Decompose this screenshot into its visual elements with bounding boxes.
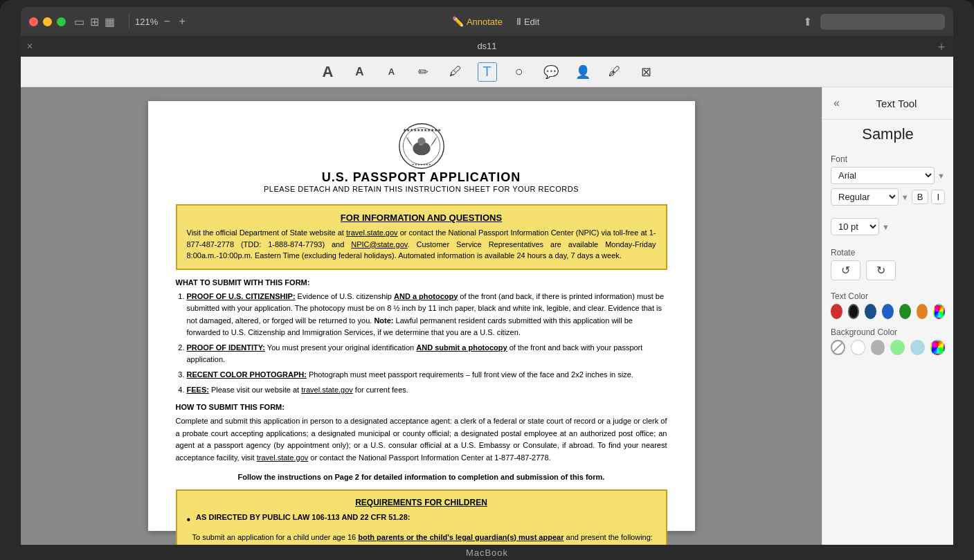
panel-expand-button[interactable]: « xyxy=(828,91,845,115)
bottom-bar: MacBook xyxy=(0,545,974,560)
text-size-medium-tool[interactable]: A xyxy=(350,62,370,82)
font-label: Font xyxy=(831,154,945,164)
color-black[interactable] xyxy=(848,304,860,319)
color-green[interactable] xyxy=(899,304,911,319)
bg-color-rainbow[interactable] xyxy=(930,340,945,355)
rotate-section: Rotate ↺ ↻ xyxy=(822,242,953,286)
font-section: Font Arial ▼ Regular ▼ B I xyxy=(822,149,953,213)
color-red[interactable] xyxy=(831,304,842,319)
color-rainbow[interactable] xyxy=(933,304,945,319)
bg-color-light-blue[interactable] xyxy=(910,340,925,355)
requirements-box: REQUIREMENTS FOR CHILDREN • AS DIRECTED … xyxy=(176,489,667,545)
tab-add-button[interactable]: ＋ xyxy=(935,38,948,55)
italic-button[interactable]: I xyxy=(931,190,945,204)
rotate-label: Rotate xyxy=(831,248,945,258)
list-item: PROOF OF IDENTITY: You must present your… xyxy=(187,342,667,366)
text-color-label: Text Color xyxy=(831,291,945,301)
text-size-small-tool[interactable]: A xyxy=(382,62,402,82)
bg-color-white[interactable] xyxy=(851,340,865,355)
what-to-submit-section: WHAT TO SUBMIT WITH THIS FORM: PROOF OF … xyxy=(176,278,667,397)
panel-title: Text Tool xyxy=(845,98,948,109)
rotate-left-button[interactable]: ↺ xyxy=(831,260,860,280)
tab-close-button[interactable]: ✕ xyxy=(26,42,33,51)
pen-tool[interactable]: 🖋 xyxy=(605,62,624,82)
what-to-submit-title: WHAT TO SUBMIT WITH THIS FORM: xyxy=(176,278,667,287)
text-size-large-tool[interactable]: A xyxy=(318,62,338,82)
search-input[interactable] xyxy=(820,14,945,30)
document-title: U.S. PASSPORT APPLICATION xyxy=(322,170,521,185)
shape-tool[interactable]: ○ xyxy=(509,62,529,82)
size-section: 10 pt ▼ xyxy=(822,213,953,242)
info-box-text: Visit the official Department of State w… xyxy=(187,227,656,262)
info-box: FOR INFORMATION AND QUESTIONS Visit the … xyxy=(176,204,667,270)
note-tool[interactable]: 💬 xyxy=(541,62,561,82)
share-icon[interactable]: ⬆ xyxy=(803,15,812,28)
annotate-label: Annotate xyxy=(467,17,503,27)
panel-icon[interactable]: ▦ xyxy=(105,15,115,28)
government-seal: ★★★★★★★★★★★ ★★★★★★★ xyxy=(397,122,446,170)
how-to-submit-title: HOW TO SUBMIT THIS FORM: xyxy=(176,403,667,411)
rotate-right-button[interactable]: ↻ xyxy=(866,260,896,280)
list-item: RECENT COLOR PHOTOGRAPH: Photograph must… xyxy=(187,369,667,381)
requirements-submit-text: To submit an application for a child und… xyxy=(187,530,656,543)
bg-color-label: Background Color xyxy=(831,327,945,337)
sample-text: Sample xyxy=(822,120,953,149)
highlight-tool[interactable]: 🖊 xyxy=(446,62,465,82)
color-dark-blue[interactable] xyxy=(865,304,876,319)
text-insert-tool[interactable]: T xyxy=(478,62,497,82)
bg-color-light-green[interactable] xyxy=(890,340,905,355)
bg-color-row xyxy=(831,340,945,355)
size-select[interactable]: 10 pt xyxy=(831,218,879,235)
color-orange[interactable] xyxy=(917,304,928,319)
tab-title: ds11 xyxy=(39,41,935,51)
bg-color-section: Background Color xyxy=(822,322,953,358)
list-item: FEES: Please visit our website at travel… xyxy=(187,384,667,397)
annotation-toolbar: A A A ✏ 🖊 T ○ 💬 👤 🖋 ⊠ xyxy=(21,57,953,87)
zoom-decrease-button[interactable]: − xyxy=(161,15,173,28)
page-header: ★★★★★★★★★★★ ★★★★★★★ U.S. PASSPORT APPLIC… xyxy=(176,122,667,193)
svg-text:★★★★★★★★★★★: ★★★★★★★★★★★ xyxy=(402,128,440,132)
text-color-section: Text Color xyxy=(822,286,953,322)
bg-color-gray[interactable] xyxy=(871,340,885,355)
list-item: PROOF OF U.S. CITIZENSHIP: Evidence of U… xyxy=(187,291,667,339)
how-to-submit-text: Complete and submit this application in … xyxy=(176,415,667,464)
bg-color-none[interactable] xyxy=(831,340,845,355)
what-to-submit-list: PROOF OF U.S. CITIZENSHIP: Evidence of U… xyxy=(187,291,667,397)
annotate-pencil-icon: ✏️ xyxy=(452,16,464,27)
info-box-title: FOR INFORMATION AND QUESTIONS xyxy=(187,213,656,223)
style-select[interactable]: Regular xyxy=(831,188,899,206)
traffic-light-close[interactable] xyxy=(29,17,38,26)
requirements-bullet: • AS DIRECTED BY PUBLIC LAW 106-113 AND … xyxy=(187,513,656,526)
zoom-level: 121% xyxy=(135,17,158,27)
sidebar-toggle-icon[interactable]: ▭ xyxy=(74,15,84,28)
traffic-light-fullscreen[interactable] xyxy=(57,17,66,26)
text-color-row xyxy=(831,304,945,319)
document-subtitle: PLEASE DETACH AND RETAIN THIS INSTRUCTIO… xyxy=(264,185,579,193)
macbook-label: MacBook xyxy=(466,548,508,558)
pencil-tool[interactable]: ✏ xyxy=(414,62,433,82)
document-area: ★★★★★★★★★★★ ★★★★★★★ U.S. PASSPORT APPLIC… xyxy=(21,87,822,545)
edit-label: Edit xyxy=(524,17,539,27)
zoom-increase-button[interactable]: + xyxy=(176,15,188,28)
crop-tool[interactable]: ⊠ xyxy=(637,62,656,82)
edit-cursor-icon: Ⅱ xyxy=(516,16,521,27)
how-to-submit-section: HOW TO SUBMIT THIS FORM: Complete and su… xyxy=(176,403,667,464)
right-panel: « Text Tool Sample Font Arial ▼ Regular xyxy=(822,87,953,545)
bold-button[interactable]: B xyxy=(912,190,929,204)
signature-tool[interactable]: 👤 xyxy=(573,62,593,82)
traffic-light-minimize[interactable] xyxy=(43,17,52,26)
annotate-button[interactable]: ✏️ Annotate xyxy=(452,16,503,27)
follow-instructions: Follow the instructions on Page 2 for de… xyxy=(176,473,667,481)
color-blue[interactable] xyxy=(882,304,894,319)
bullet-icon: • xyxy=(187,513,191,526)
font-select[interactable]: Arial xyxy=(831,167,935,184)
requirements-bullet-text: AS DIRECTED BY PUBLIC LAW 106-113 AND 22… xyxy=(196,513,410,521)
edit-button[interactable]: Ⅱ Edit xyxy=(516,16,539,27)
tabbar: ✕ ds11 ＋ xyxy=(21,36,953,57)
requirements-title: REQUIREMENTS FOR CHILDREN xyxy=(187,498,656,507)
grid-view-icon[interactable]: ⊞ xyxy=(90,15,99,28)
toolbar-separator xyxy=(129,14,129,29)
document-page: ★★★★★★★★★★★ ★★★★★★★ U.S. PASSPORT APPLIC… xyxy=(148,101,695,531)
svg-text:★★★★★★★: ★★★★★★★ xyxy=(412,163,431,166)
